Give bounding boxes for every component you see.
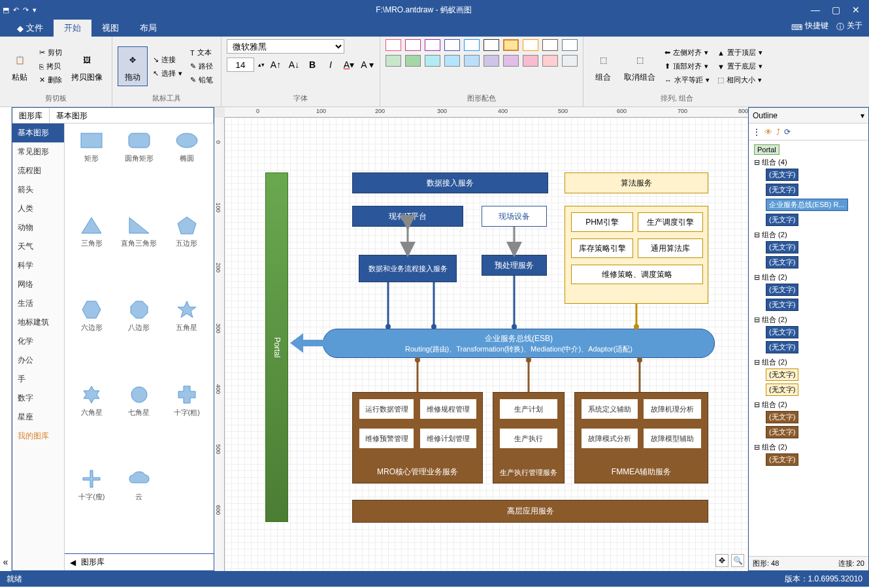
color-swatch[interactable] bbox=[405, 55, 421, 67]
dg-data-biz[interactable]: 数据和业务流程接入服务 bbox=[359, 255, 457, 282]
paste-button[interactable]: 📋粘贴 bbox=[5, 47, 34, 86]
tree-item[interactable]: (无文字) bbox=[766, 214, 798, 226]
tab-file[interactable]: ◆文件 bbox=[7, 20, 54, 37]
pencil-tool[interactable]: ✎ 铅笔 bbox=[188, 74, 216, 86]
cat-item[interactable]: 科学 bbox=[12, 256, 64, 275]
tree-item[interactable]: (无文字) bbox=[766, 256, 798, 269]
color-swatch[interactable] bbox=[562, 39, 578, 51]
tree-item[interactable]: 企业服务总线(ESB) R... bbox=[766, 199, 848, 211]
color-swatch[interactable] bbox=[385, 39, 401, 51]
dg-fault-mech[interactable]: 故障机理分析 bbox=[643, 399, 702, 419]
dg-it-platform[interactable]: 现有IT平台 bbox=[352, 206, 463, 227]
tree-item[interactable]: (无文字) bbox=[766, 299, 798, 311]
highlight-button[interactable]: A ▾ bbox=[360, 57, 374, 72]
shape-star6[interactable]: 六角星 bbox=[71, 384, 112, 463]
shape-cross-thick[interactable]: 十字(粗) bbox=[166, 384, 207, 463]
tree-item[interactable]: 组合 (2) bbox=[762, 400, 787, 408]
tree-item[interactable]: 组合 (4) bbox=[762, 158, 787, 166]
color-swatch[interactable] bbox=[484, 39, 499, 51]
dg-prod-sched[interactable]: 生产调度引擎 bbox=[638, 212, 703, 232]
dg-esb[interactable]: 企业服务总线(ESB)Routing(路由)、Transformation(转换… bbox=[323, 329, 715, 358]
dg-field-device[interactable]: 现场设备 bbox=[482, 206, 547, 227]
tree-item[interactable]: (无文字) bbox=[766, 284, 798, 296]
tab-start[interactable]: 开始 bbox=[54, 20, 91, 37]
shape-hexagon[interactable]: 六边形 bbox=[71, 299, 112, 378]
italic-button[interactable]: I bbox=[323, 57, 338, 72]
tree-item[interactable]: 组合 (2) bbox=[762, 316, 787, 323]
tree-collapse-icon[interactable]: ⋮ bbox=[753, 127, 761, 137]
color-swatch[interactable] bbox=[484, 55, 499, 67]
tree-item[interactable]: (无文字) bbox=[766, 426, 798, 438]
close-icon[interactable]: ✕ bbox=[852, 5, 860, 15]
color-swatch[interactable] bbox=[542, 55, 558, 67]
align-left-button[interactable]: ⬅ 左侧对齐 ▾ bbox=[662, 46, 712, 59]
cat-item[interactable]: 动物 bbox=[12, 218, 64, 237]
cat-item[interactable]: 星座 bbox=[12, 408, 64, 427]
cat-item[interactable]: 人类 bbox=[12, 199, 64, 218]
shape-ellipse[interactable]: 椭圆 bbox=[166, 130, 207, 208]
shape-triangle[interactable]: 三角形 bbox=[71, 215, 112, 293]
dg-common-algo[interactable]: 通用算法库 bbox=[638, 238, 703, 258]
color-swatch[interactable] bbox=[405, 39, 421, 51]
dist-h-button[interactable]: ↔ 水平等距 ▾ bbox=[662, 74, 712, 86]
dg-high-app[interactable]: 高层应用服务 bbox=[352, 500, 708, 523]
font-color-button[interactable]: A ▾ bbox=[342, 57, 356, 72]
color-swatch[interactable] bbox=[503, 55, 519, 67]
tree-item[interactable]: (无文字) bbox=[766, 241, 798, 253]
cat-item[interactable]: 我的图库 bbox=[12, 427, 64, 446]
shortcut-button[interactable]: ⌨ 快捷键 bbox=[791, 20, 828, 37]
cat-item[interactable]: 化学 bbox=[12, 332, 64, 351]
about-button[interactable]: ⓘ 关于 bbox=[836, 20, 862, 37]
ungroup-button[interactable]: ⬚取消组合 bbox=[620, 47, 659, 86]
dg-run-data[interactable]: 运行数据管理 bbox=[359, 399, 414, 419]
tree-item[interactable]: 组合 (2) bbox=[762, 231, 787, 238]
tree-item[interactable]: 组合 (2) bbox=[762, 273, 787, 281]
font-grow-icon[interactable]: A↑ bbox=[269, 57, 283, 72]
zoom-search-icon[interactable]: 🔍 bbox=[731, 554, 744, 567]
qa-icon[interactable]: ⬒ bbox=[3, 6, 9, 14]
cat-item[interactable]: 数字 bbox=[12, 389, 64, 408]
dg-phm[interactable]: PHM引擎 bbox=[571, 212, 633, 232]
cat-item[interactable]: 手 bbox=[12, 370, 64, 389]
lib-tab[interactable]: 图形库 bbox=[12, 108, 50, 123]
dg-fault-model[interactable]: 故障模型辅助 bbox=[643, 428, 702, 449]
basic-tab[interactable]: 基本图形 bbox=[50, 108, 214, 123]
dg-fault-mode[interactable]: 故障模式分析 bbox=[581, 428, 638, 449]
tab-view[interactable]: 视图 bbox=[91, 20, 129, 37]
cat-item[interactable]: 天气 bbox=[12, 237, 64, 256]
font-size-input[interactable] bbox=[227, 57, 254, 72]
color-swatch[interactable] bbox=[562, 55, 578, 67]
color-swatch[interactable] bbox=[425, 39, 440, 51]
dg-prod-plan[interactable]: 生产计划 bbox=[499, 399, 558, 419]
tree-item[interactable]: (无文字) bbox=[766, 341, 798, 353]
shape-star5[interactable]: 五角星 bbox=[166, 299, 207, 378]
tree-item[interactable]: (无文字) bbox=[766, 169, 798, 181]
cat-item[interactable]: 流程图 bbox=[12, 161, 64, 180]
same-size-button[interactable]: ⬚ 相同大小 ▾ bbox=[715, 74, 765, 86]
delete-button[interactable]: ✕ 删除 bbox=[37, 74, 65, 86]
cat-item[interactable]: 地标建筑 bbox=[12, 313, 64, 332]
copy-image-button[interactable]: 🖼拷贝图像 bbox=[67, 47, 107, 86]
cat-item[interactable]: 办公 bbox=[12, 351, 64, 370]
shape-rect[interactable]: 矩形 bbox=[71, 130, 112, 208]
color-swatch[interactable] bbox=[444, 39, 460, 51]
dg-sys-def[interactable]: 系统定义辅助 bbox=[581, 399, 638, 419]
dg-inventory[interactable]: 库存策略引擎 bbox=[571, 238, 633, 258]
dg-prod-exec[interactable]: 生产执行 bbox=[499, 428, 558, 449]
dg-maint-policy[interactable]: 维修策略、调度策略 bbox=[571, 265, 703, 284]
font-shrink-icon[interactable]: A↓ bbox=[287, 57, 301, 72]
tree-item[interactable]: (无文字) bbox=[766, 184, 798, 196]
cat-item[interactable]: 常见图形 bbox=[12, 142, 64, 161]
send-back-button[interactable]: ▼ 置于底层 ▾ bbox=[715, 60, 765, 73]
shape-right-triangle[interactable]: 直角三角形 bbox=[119, 215, 160, 293]
cat-item[interactable]: 生活 bbox=[12, 294, 64, 313]
tree-item[interactable]: (无文字) bbox=[766, 326, 798, 338]
align-top-button[interactable]: ⬆ 顶部对齐 ▾ bbox=[662, 60, 712, 73]
dg-data-access[interactable]: 数据接入服务 bbox=[352, 172, 548, 193]
back-icon[interactable]: ◀ bbox=[70, 558, 76, 567]
connect-tool[interactable]: ↘ 连接 bbox=[150, 54, 185, 66]
collapse-left-icon[interactable]: « bbox=[0, 107, 12, 571]
shape-star7[interactable]: 七角星 bbox=[119, 384, 160, 463]
color-swatch[interactable] bbox=[523, 39, 538, 51]
maximize-icon[interactable]: ▢ bbox=[832, 5, 840, 15]
